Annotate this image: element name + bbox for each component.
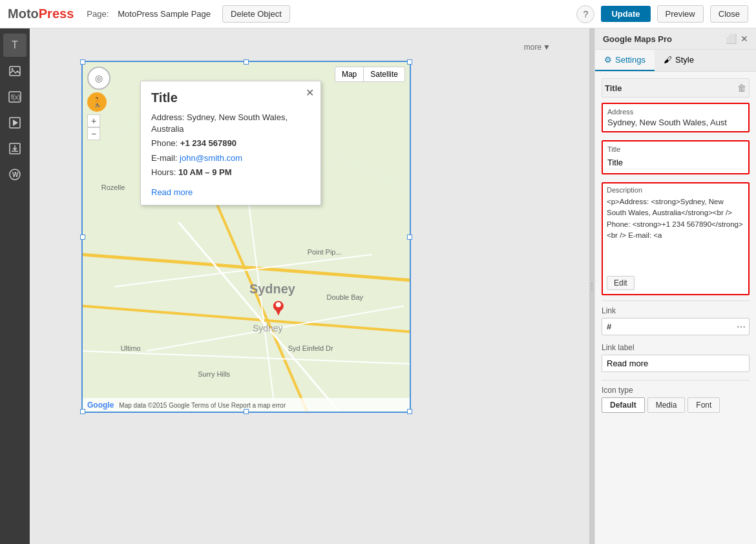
link-label-field-group: Link label	[602, 343, 750, 372]
address-field-value: Sydney, New South Wales, Aust	[607, 118, 744, 127]
close-button[interactable]: Close	[710, 5, 748, 23]
logo: MotoPress	[8, 6, 74, 21]
popup-address-row: Address: Sydney, New South Wales, Austra…	[151, 112, 310, 135]
settings-icon: ⚙	[604, 55, 612, 65]
compass-icon[interactable]: ◎	[87, 67, 110, 90]
popup-address-label: Address:	[151, 112, 184, 122]
zoom-in-btn[interactable]: +	[87, 114, 100, 127]
icon-type-label: Icon type	[602, 386, 750, 395]
panel-resize-handle[interactable]	[589, 28, 594, 544]
description-textarea[interactable]	[603, 194, 748, 271]
title-field-group: Title	[602, 140, 750, 174]
map-btn[interactable]: Map	[335, 67, 364, 81]
svg-text:W: W	[12, 171, 19, 178]
title-delete-icon[interactable]: 🗑	[737, 83, 746, 93]
popup-hours-label: Hours:	[151, 167, 176, 177]
logo-moto: Moto	[8, 6, 39, 21]
title-field-label: Title	[607, 145, 744, 153]
popup-phone-row: Phone: +1 234 567890	[151, 138, 310, 149]
sidebar-icon-image[interactable]	[3, 59, 26, 83]
logo-press: Press	[39, 6, 74, 21]
map-type-buttons: Map Satellite	[335, 67, 405, 82]
preview-button[interactable]: Preview	[657, 5, 704, 23]
popup-email-label: E-mail:	[151, 153, 177, 163]
title-input[interactable]	[607, 156, 744, 169]
sidebar-icon-wordpress[interactable]: W	[3, 163, 26, 186]
svg-text:Rozelle: Rozelle	[101, 183, 125, 191]
svg-text:Surry Hills: Surry Hills	[198, 370, 230, 378]
update-button[interactable]: Update	[601, 6, 650, 22]
svg-text:f(x): f(x)	[11, 94, 20, 101]
help-button[interactable]: ?	[576, 5, 594, 23]
link-label: Link	[602, 306, 750, 315]
panel-header-icons: ⬜ ✕	[726, 34, 748, 44]
google-logo: Google	[87, 401, 114, 410]
svg-text:Sydney: Sydney	[253, 323, 283, 333]
map-footer: Google Map data ©2015 Google Terms of Us…	[82, 398, 410, 412]
svg-text:Syd Einfeld Dr: Syd Einfeld Dr	[288, 344, 333, 352]
description-edit-button[interactable]: Edit	[607, 276, 635, 290]
link-label-input[interactable]	[602, 355, 750, 372]
tab-settings-label: Settings	[615, 55, 646, 65]
street-view-icon[interactable]: 🚶	[87, 92, 107, 112]
svg-text:Sydney: Sydney	[249, 282, 295, 296]
sidebar-icon-text[interactable]: T	[3, 34, 26, 57]
address-field-label: Address	[607, 108, 744, 116]
svg-marker-5	[13, 120, 18, 126]
svg-point-31	[276, 302, 281, 308]
tab-style-label: Style	[675, 55, 694, 65]
svg-text:Point Pip...: Point Pip...	[308, 248, 342, 256]
panel-divider-1	[602, 300, 750, 301]
style-icon: 🖌	[664, 55, 672, 65]
zoom-out-btn[interactable]: −	[87, 127, 100, 140]
svg-text:Ultimo: Ultimo	[121, 344, 141, 352]
tab-settings[interactable]: ⚙ Settings	[595, 50, 655, 71]
map-footer-text: Map data ©2015 Google Terms of Use Repor…	[119, 402, 286, 409]
map-controls: ◎ 🚶 + −	[87, 67, 110, 140]
more-button[interactable]: more ▼	[524, 43, 551, 52]
popup-phone-value: +1 234 567890	[180, 138, 236, 148]
canvas-area: more ▼ Rozelle	[30, 28, 589, 544]
panel-close-icon[interactable]: ✕	[740, 34, 748, 44]
left-sidebar: T f(x) W	[0, 28, 30, 544]
topbar: MotoPress Page: MotoPress Sample Page De…	[0, 0, 756, 28]
sidebar-icon-func[interactable]: f(x)	[3, 85, 26, 109]
panel-title: Google Maps Pro	[603, 34, 672, 44]
panel-expand-icon[interactable]: ⬜	[726, 34, 737, 44]
svg-text:Double Bay: Double Bay	[327, 293, 364, 301]
popup-title: Title	[151, 90, 310, 105]
read-more-link[interactable]: Read more	[151, 187, 193, 197]
description-field-group: Description Edit	[602, 182, 750, 295]
satellite-btn[interactable]: Satellite	[364, 67, 404, 81]
map-info-popup: ✕ Title Address: Sydney, New South Wales…	[140, 81, 321, 205]
sidebar-icon-play[interactable]	[3, 111, 26, 134]
more-label: more	[524, 43, 541, 52]
panel-content: Title 🗑 Address Sydney, New South Wales,…	[595, 72, 756, 544]
panel-tabs: ⚙ Settings 🖌 Style	[595, 50, 756, 72]
link-field-group: Link ⋯	[602, 306, 750, 335]
popup-hours-value: 10 AM – 9 PM	[178, 167, 232, 177]
map-container[interactable]: Rozelle Sydney Sydney Point Pip... Doubl…	[81, 61, 411, 413]
popup-phone-label: Phone:	[151, 138, 178, 148]
page-label: Page:	[87, 9, 109, 19]
description-label: Description	[603, 183, 748, 194]
icon-type-media-btn[interactable]: Media	[647, 397, 686, 413]
tab-style[interactable]: 🖌 Style	[655, 50, 703, 71]
title-section-label: Title	[605, 83, 622, 93]
right-panel: Google Maps Pro ⬜ ✕ ⚙ Settings 🖌 Style T…	[594, 28, 756, 544]
sidebar-icon-download[interactable]	[3, 137, 26, 160]
icon-type-buttons: Default Media Font	[602, 397, 750, 413]
icon-type-font-btn[interactable]: Font	[688, 397, 720, 413]
link-label-label: Link label	[602, 343, 750, 352]
link-options-icon[interactable]: ⋯	[737, 322, 746, 332]
more-icon: ▼	[543, 43, 551, 52]
popup-close-button[interactable]: ✕	[306, 87, 314, 99]
delete-object-button[interactable]: Delete Object	[222, 5, 290, 23]
link-input[interactable]	[602, 318, 750, 335]
title-section-row: Title 🗑	[602, 78, 750, 98]
address-field-group: Address Sydney, New South Wales, Aust	[602, 103, 750, 132]
main-area: T f(x) W more ▼	[0, 28, 756, 544]
icon-type-default-btn[interactable]: Default	[602, 397, 645, 413]
popup-email-link[interactable]: john@smith.com	[180, 153, 242, 163]
link-field-wrap: ⋯	[602, 318, 750, 335]
